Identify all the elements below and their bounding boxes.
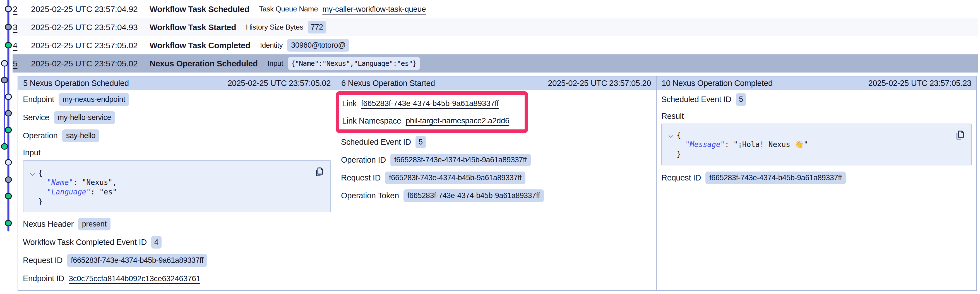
input-label: Input [23, 145, 331, 161]
scheduled-event-id-badge: 5 [415, 136, 426, 148]
operation-token-badge: f665283f-743e-4374-b45b-9a61a89337ff [404, 189, 544, 202]
field-wtc-event-id: Workflow Task Completed Event ID 4 [23, 233, 331, 251]
event-rows: 2 2025-02-25 UTC 23:57:04.92 Workflow Ta… [0, 0, 980, 73]
field-link: Link f665283f-743e-4374-b45b-9a61a89337f… [342, 95, 525, 112]
copy-icon[interactable] [313, 167, 324, 178]
field-label: Request ID [661, 173, 701, 183]
field-label: Scheduled Event ID [661, 95, 731, 104]
event-attr-label: Identity [260, 41, 283, 50]
field-link-namespace: Link Namespace phil-target-namespace2.a2… [342, 112, 525, 129]
temporal-event-history: 2 2025-02-25 UTC 23:57:04.92 Workflow Ta… [0, 0, 980, 294]
request-id-badge: f665283f-743e-4374-b45b-9a61a89337ff [385, 172, 525, 184]
link-highlight-annotation: Link f665283f-743e-4374-b45b-9a61a89337f… [336, 91, 528, 133]
link-namespace-link[interactable]: phil-target-namespace2.a2dd6 [406, 116, 509, 125]
event-timeline [0, 0, 17, 294]
nexus-header-badge: present [78, 218, 110, 230]
field-label: Endpoint [23, 95, 54, 104]
task-queue-link[interactable]: my-caller-workflow-task-queue [322, 5, 426, 14]
request-id-badge: f665283f-743e-4374-b45b-9a61a89337ff [705, 172, 846, 184]
field-endpoint: Endpoint my-nexus-endpoint [23, 91, 331, 108]
panel-timestamp: 2025-02-25 UTC 23:57:05.02 [228, 79, 331, 88]
wtc-event-id-badge: 4 [151, 236, 162, 248]
field-label: Operation [23, 131, 58, 140]
field-scheduled-event-id: Scheduled Event ID 5 [661, 91, 972, 108]
field-label: Link Namespace [342, 116, 401, 126]
timeline-marker [5, 110, 11, 116]
field-label: Link [342, 99, 356, 108]
field-label: Endpoint ID [23, 274, 64, 283]
timeline-marker-scheduled [5, 6, 11, 12]
panel-nexus-operation-started: 6 Nexus Operation Started 2025-02-25 UTC… [336, 76, 657, 291]
operation-id-badge: f665283f-743e-4374-b45b-9a61a89337ff [390, 154, 531, 166]
endpoint-badge: my-nexus-endpoint [59, 93, 129, 106]
timeline-marker [5, 160, 11, 165]
operation-badge: say-hello [62, 129, 99, 142]
panel-header: 10 Nexus Operation Completed 2025-02-25 … [657, 76, 976, 91]
panel-timestamp: 2025-02-25 UTC 23:57:05.23 [869, 79, 971, 88]
event-timestamp: 2025-02-25 UTC 23:57:05.02 [31, 41, 150, 50]
event-attr-label: Task Queue Name [259, 5, 318, 13]
event-timestamp: 2025-02-25 UTC 23:57:04.93 [31, 22, 150, 32]
field-label: Operation ID [341, 156, 386, 165]
event-timestamp: 2025-02-25 UTC 23:57:04.92 [31, 5, 150, 14]
field-operation-token: Operation Token f665283f-743e-4374-b45b-… [341, 187, 651, 205]
timeline-marker [5, 94, 11, 100]
timeline-marker-nexus-scheduled [2, 60, 8, 66]
panel-nexus-operation-scheduled: 5 Nexus Operation Scheduled 2025-02-25 U… [18, 76, 336, 291]
field-endpoint-id: Endpoint ID 3c0c75ccfa8144b092c13ce63246… [23, 269, 331, 288]
timeline-marker-completed [5, 42, 11, 48]
input-json-badge: {"Name":"Nexus","Language":"es"} [288, 57, 420, 70]
timeline-marker-started [5, 24, 11, 30]
panel-title: 6 Nexus Operation Started [341, 79, 435, 88]
copy-icon[interactable] [955, 130, 965, 141]
identity-badge: 30960@totoro@ [287, 39, 349, 52]
event-timestamp: 2025-02-25 UTC 23:57:05.02 [31, 59, 150, 68]
request-id-badge: f665283f-743e-4374-b45b-9a61a89337ff [67, 254, 207, 267]
timeline-marker [5, 177, 11, 183]
timeline-marker [5, 193, 11, 199]
json-content: { "Message": "¡Hola! Nexus 👋" } [677, 130, 971, 159]
timeline-marker-nexus-completed [2, 144, 8, 149]
event-row-3[interactable]: 3 2025-02-25 UTC 23:57:04.93 Workflow Ta… [0, 18, 980, 36]
field-label: Service [23, 113, 49, 122]
event-name: Nexus Operation Scheduled [150, 59, 258, 68]
input-json-viewer: { "Name": "Nexus", "Language": "es" } [23, 161, 331, 212]
scheduled-event-id-badge: 5 [736, 93, 746, 106]
timeline-marker [5, 127, 11, 133]
field-request-id: Request ID f665283f-743e-4374-b45b-9a61a… [23, 251, 331, 269]
field-operation-id: Operation ID f665283f-743e-4374-b45b-9a6… [341, 151, 651, 169]
event-row-5-selected[interactable]: 5 2025-02-25 UTC 23:57:05.02 Nexus Opera… [0, 54, 980, 73]
result-json-viewer: { "Message": "¡Hola! Nexus 👋" } [661, 124, 972, 165]
panel-header: 6 Nexus Operation Started 2025-02-25 UTC… [336, 76, 656, 91]
chevron-down-icon[interactable] [29, 171, 36, 178]
event-name: Workflow Task Scheduled [150, 5, 249, 14]
event-row-4[interactable]: 4 2025-02-25 UTC 23:57:05.02 Workflow Ta… [0, 36, 980, 54]
result-label: Result [661, 108, 972, 124]
field-label: Nexus Header [23, 219, 74, 229]
chevron-down-icon[interactable] [667, 133, 674, 140]
history-size-badge: 772 [308, 21, 326, 33]
timeline-marker [5, 220, 11, 226]
event-name: Workflow Task Completed [150, 41, 250, 50]
timeline-marker-nexus-started [2, 77, 8, 83]
field-label: Scheduled Event ID [341, 138, 411, 147]
field-request-id: Request ID f665283f-743e-4374-b45b-9a61a… [341, 169, 651, 187]
event-attr-label: History Size Bytes [246, 23, 303, 32]
panel-nexus-operation-completed: 10 Nexus Operation Completed 2025-02-25 … [656, 76, 977, 291]
endpoint-id-link[interactable]: 3c0c75ccfa8144b092c13ce632463761 [68, 274, 200, 283]
event-row-2[interactable]: 2 2025-02-25 UTC 23:57:04.92 Workflow Ta… [0, 0, 980, 18]
panel-title: 10 Nexus Operation Completed [662, 79, 773, 88]
field-label: Request ID [341, 173, 380, 183]
panel-timestamp: 2025-02-25 UTC 23:57:05.20 [548, 79, 651, 88]
field-request-id: Request ID f665283f-743e-4374-b45b-9a61a… [661, 169, 972, 187]
field-label: Operation Token [341, 191, 399, 200]
field-service: Service my-hello-service [23, 108, 331, 127]
json-content: { "Name": "Nexus", "Language": "es" } [38, 168, 330, 206]
field-nexus-header: Nexus Header present [23, 215, 331, 233]
field-label: Workflow Task Completed Event ID [23, 238, 147, 247]
field-label: Request ID [23, 256, 62, 265]
event-attr-label: Input [267, 59, 283, 68]
event-name: Workflow Task Started [150, 22, 236, 32]
link-value-link[interactable]: f665283f-743e-4374-b45b-9a61a89337ff [361, 99, 499, 108]
field-scheduled-event-id: Scheduled Event ID 5 [341, 133, 651, 151]
